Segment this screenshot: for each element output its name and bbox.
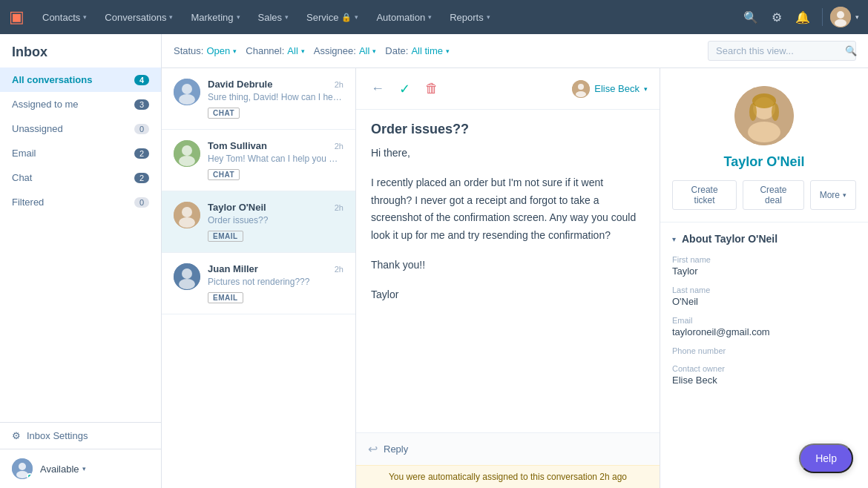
svg-point-19 <box>578 84 584 90</box>
assignee-selector[interactable]: Elise Beck ▾ <box>572 80 648 98</box>
nav-service[interactable]: Service 🔒 ▾ <box>299 7 366 27</box>
search-input[interactable] <box>716 45 841 56</box>
conversation-list: David Debrule 2h Sure thing, David! How … <box>162 68 356 488</box>
online-status-dot <box>27 473 33 479</box>
back-button[interactable]: ← <box>368 78 387 99</box>
auto-assign-notice: You were automatically assigned to this … <box>356 465 660 488</box>
nav-contacts[interactable]: Contacts ▾ <box>35 7 94 27</box>
sidebar-item-email[interactable]: Email 2 <box>0 141 161 165</box>
contact-field: Contact owner Elise Beck <box>672 364 856 386</box>
sidebar-item-assigned-to-me[interactable]: Assigned to me 3 <box>0 92 161 116</box>
contact-name: Taylor O'Neil <box>724 154 805 170</box>
conv-name: Taylor O'Neil <box>208 202 266 213</box>
chevron-down-icon: ▾ <box>644 85 648 93</box>
sidebar-title: Inbox <box>0 34 161 67</box>
list-item[interactable]: David Debrule 2h Sure thing, David! How … <box>162 68 355 130</box>
about-section-header[interactable]: ▾ About Taylor O'Neil <box>672 233 856 245</box>
app-body: Inbox All conversations 4 Assigned to me… <box>0 34 868 488</box>
create-deal-button[interactable]: Create deal <box>743 180 803 210</box>
field-value: tayloroneil@gmail.com <box>672 326 856 337</box>
message-paragraph: Taylor <box>371 286 645 304</box>
message-paragraph: Hi there, <box>371 145 645 162</box>
field-label: Phone number <box>672 346 856 355</box>
sidebar-item-unassigned[interactable]: Unassigned 0 <box>0 116 161 141</box>
svg-point-1 <box>837 11 844 19</box>
conv-name: Juan Miller <box>208 263 258 274</box>
status-filter[interactable]: Status: Open ▾ <box>174 45 237 56</box>
svg-point-11 <box>179 156 195 166</box>
nav-conversations[interactable]: Conversations ▾ <box>97 7 180 27</box>
sidebar-nav: All conversations 4 Assigned to me 3 Una… <box>0 67 161 245</box>
chevron-down-icon: ▾ <box>82 465 86 472</box>
svg-point-17 <box>179 279 195 289</box>
help-button[interactable]: Help <box>799 444 853 473</box>
sidebar-item-chat[interactable]: Chat 2 <box>0 165 161 190</box>
sidebar-item-filtered[interactable]: Filtered 0 <box>0 190 161 214</box>
nav-sales[interactable]: Sales ▾ <box>251 7 297 27</box>
conv-avatar <box>174 79 200 105</box>
search-icon-btn[interactable]: 🔍 <box>739 6 763 29</box>
right-panel: Taylor O'Neil Create ticket Create deal … <box>660 68 868 488</box>
contact-field: First name Taylor <box>672 255 856 277</box>
user-avatar[interactable] <box>830 7 851 27</box>
list-item[interactable]: Taylor O'Neil 2h Order issues?? EMAIL <box>162 191 355 253</box>
search-box[interactable]: 🔍 <box>708 41 856 61</box>
list-item[interactable]: Juan Miller 2h Pictures not rendering???… <box>162 253 355 314</box>
inbox-settings-link[interactable]: ⚙ Inbox Settings <box>0 422 161 449</box>
svg-point-8 <box>179 94 195 105</box>
nav-automation[interactable]: Automation ▾ <box>369 7 439 27</box>
hubspot-logo[interactable]: ▣ <box>9 7 24 27</box>
field-value: O'Neil <box>672 296 856 307</box>
status-button[interactable]: Available ▾ <box>40 464 86 475</box>
assignee-avatar <box>572 80 590 98</box>
settings-icon-btn[interactable]: ⚙ <box>767 6 786 29</box>
message-subject: Order issues?? <box>356 110 660 145</box>
svg-point-16 <box>182 268 192 279</box>
conv-preview: Sure thing, David! How can I help? <box>208 92 343 102</box>
sidebar-item-all-conversations[interactable]: All conversations 4 <box>0 67 161 92</box>
svg-point-2 <box>835 19 846 27</box>
delete-button[interactable]: 🗑 <box>422 78 441 99</box>
create-ticket-button[interactable]: Create ticket <box>672 180 737 210</box>
assignee-filter[interactable]: Assignee: All ▾ <box>314 45 377 56</box>
contact-details: ▾ About Taylor O'Neil First name Taylor … <box>660 222 868 405</box>
nav-reports[interactable]: Reports ▾ <box>442 7 498 27</box>
channel-filter[interactable]: Channel: All ▾ <box>246 45 305 56</box>
filter-bar: Status: Open ▾ Channel: All ▾ Assignee: … <box>162 34 868 68</box>
toolbar-left: ← ✓ 🗑 <box>368 78 441 100</box>
chevron-down-icon: ▾ <box>301 47 305 55</box>
chevron-down-icon: ▾ <box>446 47 450 55</box>
message-pane: ← ✓ 🗑 Elise Beck ▾ Order <box>356 68 660 488</box>
conv-tag: EMAIL <box>208 231 243 242</box>
notifications-icon-btn[interactable]: 🔔 <box>791 6 815 29</box>
reply-bar[interactable]: ↩ Reply <box>356 432 660 465</box>
field-label: Last name <box>672 286 856 294</box>
date-filter[interactable]: Date: All time ▾ <box>385 45 450 56</box>
field-value: Taylor <box>672 266 856 277</box>
toolbar-right: Elise Beck ▾ <box>572 80 648 98</box>
list-item[interactable]: Tom Sullivan 2h Hey Tom! What can I help… <box>162 130 355 191</box>
message-paragraph: I recently placed an order but I'm not s… <box>371 174 645 245</box>
chevron-down-icon: ▾ <box>428 13 432 21</box>
user-status-avatar <box>12 458 33 479</box>
contact-avatar <box>734 86 794 145</box>
contact-field: Last name O'Neil <box>672 286 856 307</box>
svg-point-13 <box>182 207 192 217</box>
contact-actions: Create ticket Create deal More ▾ <box>672 180 856 210</box>
more-button[interactable]: More ▾ <box>810 180 856 210</box>
resolve-button[interactable]: ✓ <box>396 78 413 100</box>
svg-point-26 <box>772 103 779 121</box>
contact-header: Taylor O'Neil Create ticket Create deal … <box>660 68 868 222</box>
avatar-chevron-icon: ▾ <box>855 13 859 21</box>
conv-avatar <box>174 263 200 290</box>
chevron-down-icon: ▾ <box>843 191 846 199</box>
field-label: Email <box>672 316 856 325</box>
message-paragraph: Thank you!! <box>371 257 645 274</box>
nav-marketing[interactable]: Marketing ▾ <box>183 7 247 27</box>
conv-preview: Pictures not rendering??? <box>208 277 343 287</box>
conv-content: Juan Miller 2h Pictures not rendering???… <box>208 263 343 303</box>
conv-preview: Order issues?? <box>208 215 343 225</box>
conv-content: Tom Sullivan 2h Hey Tom! What can I help… <box>208 140 343 180</box>
message-body: Hi there,I recently placed an order but … <box>356 145 660 432</box>
conv-tag: CHAT <box>208 108 240 119</box>
